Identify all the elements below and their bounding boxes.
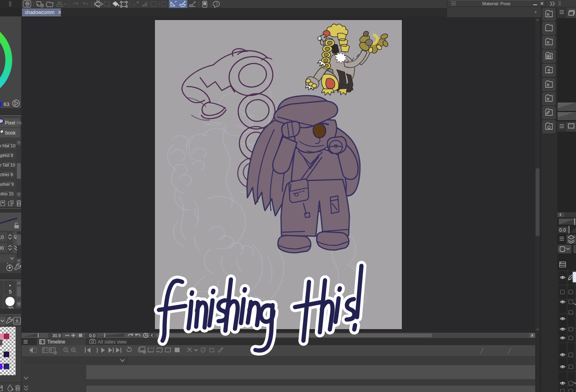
svg-text:00: 00 [0,245,4,251]
svg-text:0.0: 0.0 [89,333,95,338]
svg-text:Timeline: Timeline [47,339,65,345]
svg-text:Pixel He: Pixel He [5,120,22,126]
svg-text:30.9: 30.9 [52,333,61,338]
svg-text:0.0: 0.0 [559,227,566,233]
svg-text:All sides view: All sides view [98,339,126,345]
svg-text:5: 5 [9,289,12,295]
svg-text:63: 63 [4,101,9,107]
svg-text:n Tail 10: n Tail 10 [0,163,15,167]
svg-text:n Hat 10: n Hat 10 [0,143,16,148]
svg-text:10: 10 [0,235,4,240]
svg-text:book: book [5,130,16,136]
svg-text:?: ? [215,2,218,6]
